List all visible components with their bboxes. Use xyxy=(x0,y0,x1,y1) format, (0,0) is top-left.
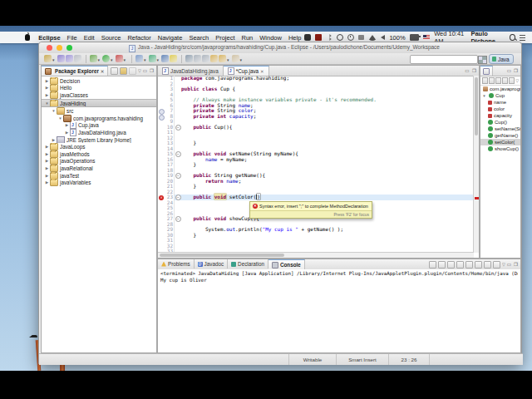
status-insert-mode[interactable]: Smart Insert xyxy=(336,354,388,365)
chevron-right-icon[interactable]: ▶ xyxy=(44,166,50,170)
hide-nonpublic-icon[interactable] xyxy=(502,77,508,84)
vault-icon[interactable] xyxy=(304,34,311,41)
java-perspective-button[interactable]: Java xyxy=(489,54,514,64)
open-perspective-icon[interactable] xyxy=(478,56,487,64)
run-icon[interactable] xyxy=(102,55,110,62)
chevron-down-icon[interactable]: ▼ xyxy=(44,101,50,106)
view-menu-icon[interactable]: ▽ xyxy=(502,262,505,267)
close-icon[interactable]: ✕ xyxy=(260,69,264,74)
hide-local-types-icon[interactable] xyxy=(509,77,515,84)
zoom-window-button[interactable] xyxy=(66,45,72,51)
code-area[interactable]: 1package com.javaprograms.havahiding;23p… xyxy=(158,76,474,253)
chevron-right-icon[interactable]: ▶ xyxy=(64,123,70,127)
chevron-right-icon[interactable]: ▶ xyxy=(44,79,50,83)
view-menu-icon[interactable]: ▽ xyxy=(138,68,141,73)
debug-icon-dropdown[interactable]: ▾ xyxy=(98,57,101,62)
maximize-icon[interactable]: ❐ xyxy=(150,68,155,73)
sort-icon[interactable] xyxy=(482,77,488,84)
spotlight-search-icon[interactable] xyxy=(510,34,515,41)
error-overview-marker[interactable] xyxy=(475,197,479,200)
tree-item-jre-system-library-home-[interactable]: ▶JRE System Library [Home] xyxy=(42,136,156,144)
open-console-icon[interactable] xyxy=(493,261,500,268)
outline-item-name[interactable]: name xyxy=(480,99,520,106)
console-tab-declaration[interactable]: Declaration xyxy=(228,259,268,268)
chevron-right-icon[interactable]: ▶ xyxy=(51,138,57,142)
outline-item-com-javaprograms-havahiding[interactable]: com.javaprograms.havahiding xyxy=(480,86,520,92)
outline-item-cup[interactable]: ▼Cup xyxy=(480,92,520,99)
maximize-icon[interactable]: ❐ xyxy=(514,262,519,267)
tree-item-javahiding[interactable]: ▼JavaHiding xyxy=(42,99,156,108)
terminate-icon[interactable] xyxy=(429,261,436,268)
minimize-icon[interactable]: ▭ xyxy=(507,262,512,267)
chevron-right-icon[interactable]: ▶ xyxy=(44,174,50,178)
pin-console-icon[interactable] xyxy=(475,261,482,268)
new-wizard-icon[interactable] xyxy=(44,55,52,62)
save-icon[interactable] xyxy=(57,55,65,62)
outline-tab[interactable] xyxy=(480,66,493,76)
tree-item-javaclasses[interactable]: ▶javaClasses xyxy=(42,91,156,99)
tree-item-decision[interactable]: ▶Decision xyxy=(42,77,156,85)
maximize-icon[interactable]: ❐ xyxy=(514,68,519,73)
print-icon[interactable] xyxy=(74,55,81,62)
outline-item-capacity[interactable]: capacity xyxy=(480,112,520,119)
chevron-down-icon[interactable]: ▼ xyxy=(51,109,57,113)
console-output-area[interactable]: <terminated> JavaDataHiding [Java Applic… xyxy=(158,269,520,352)
menu-source[interactable]: Source xyxy=(101,34,121,42)
new-java-project-icon-dropdown[interactable]: ▾ xyxy=(144,57,146,62)
bluetooth-icon[interactable] xyxy=(326,34,332,41)
outline-item-cup-[interactable]: Cup() xyxy=(480,119,520,126)
tree-item-hello[interactable]: ▶Hello xyxy=(42,85,156,92)
forward-icon-dropdown[interactable]: ▾ xyxy=(240,57,243,62)
chevron-right-icon[interactable]: ▶ xyxy=(44,159,50,163)
back-icon[interactable] xyxy=(219,55,226,62)
chevron-right-icon[interactable]: ▶ xyxy=(44,152,50,156)
notification-center-icon[interactable] xyxy=(520,35,525,41)
display-selected-icon[interactable] xyxy=(484,261,491,268)
quick-access-input[interactable] xyxy=(410,55,478,64)
menu-refactor[interactable]: Refactor xyxy=(127,34,150,42)
new-wizard-icon-dropdown[interactable]: ▾ xyxy=(52,57,55,62)
package-explorer-tab[interactable]: Package Explorer✕ xyxy=(42,66,108,76)
scroll-lock-icon[interactable] xyxy=(466,261,473,268)
tree-item-com-javaprograms-havahiding[interactable]: ▼com.javaprograms.havahiding xyxy=(42,115,156,122)
forward-icon[interactable] xyxy=(232,55,239,62)
tree-item-cup-java[interactable]: ▶Cup.java xyxy=(42,122,156,130)
link-editor-icon[interactable] xyxy=(120,67,127,75)
remove-all-launches-icon[interactable] xyxy=(447,261,455,268)
outline-item-color[interactable]: color xyxy=(480,106,520,112)
menu-file[interactable]: File xyxy=(67,34,77,42)
next-annotation-icon[interactable] xyxy=(194,55,201,62)
outline-item-setcolor-[interactable]: setColor( xyxy=(480,139,520,145)
view-menu-icon[interactable]: ▽ xyxy=(515,78,519,83)
focus-icon[interactable] xyxy=(129,67,136,75)
run-icon-dropdown[interactable]: ▾ xyxy=(111,57,113,62)
volume-icon[interactable] xyxy=(381,35,385,40)
close-icon[interactable]: ✕ xyxy=(101,69,105,74)
chevron-right-icon[interactable]: ▶ xyxy=(44,93,50,97)
console-tab-console[interactable]: Console xyxy=(268,259,305,269)
editor-vertical-scrollbar[interactable] xyxy=(473,76,479,253)
chevron-right-icon[interactable]: ▶ xyxy=(44,145,50,149)
minimize-icon[interactable]: ▭ xyxy=(507,68,512,73)
save-all-icon[interactable] xyxy=(66,55,73,62)
tree-item-javavariables[interactable]: ▶javaVariables xyxy=(42,179,156,186)
tree-item-javadatahiding-java[interactable]: ▶JavaDataHiding.java xyxy=(42,129,156,136)
keyboard-icon[interactable] xyxy=(358,35,364,40)
scrollbar-thumb[interactable] xyxy=(475,77,478,135)
tree-item-javaloops[interactable]: ▶JavaLoops xyxy=(42,143,156,150)
chevron-right-icon[interactable]: ▶ xyxy=(64,131,70,135)
scrollbar-thumb[interactable] xyxy=(160,254,284,257)
new-class-icon-dropdown[interactable]: ▾ xyxy=(157,57,160,62)
chevron-right-icon[interactable]: ▶ xyxy=(44,180,50,185)
outline-item-getname-[interactable]: getName() xyxy=(480,132,520,139)
debug-icon[interactable] xyxy=(90,55,97,62)
prev-annotation-icon[interactable] xyxy=(202,55,209,62)
back-icon-dropdown[interactable]: ▾ xyxy=(227,57,229,62)
tree-item-javatest[interactable]: ▶javaTest xyxy=(42,172,156,180)
editor-tab--cup-java[interactable]: *Cup.java✕ xyxy=(224,66,269,76)
run-external-icon-dropdown[interactable]: ▾ xyxy=(124,57,126,62)
menu-edit[interactable]: Edit xyxy=(84,34,95,42)
circle-icon[interactable] xyxy=(337,34,343,41)
minimize-window-button[interactable] xyxy=(57,45,62,51)
apple-menu-icon[interactable] xyxy=(25,34,30,41)
